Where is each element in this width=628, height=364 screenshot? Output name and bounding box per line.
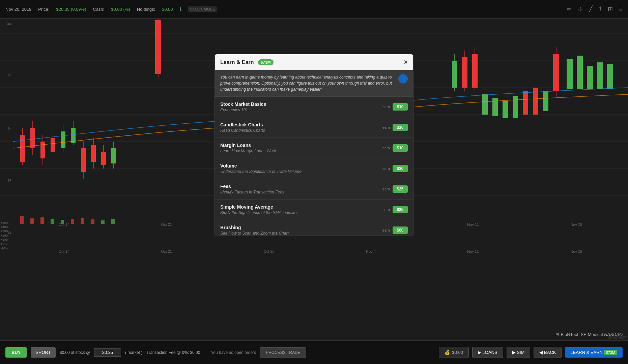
lesson-title: Margin Loans <box>220 143 382 148</box>
layers-icon[interactable]: ⊞ <box>608 5 613 13</box>
earn-label: earn <box>382 125 390 129</box>
modal-badge: $73M <box>258 59 274 65</box>
stock-type: SE <box>581 332 587 337</box>
open-orders: You have no open orders <box>211 350 256 355</box>
earn-badge: $10 <box>393 103 408 111</box>
lesson-earn: earn $10 <box>382 144 408 152</box>
stock-name: BioNTech <box>561 332 579 337</box>
back-button[interactable]: ◀ BACK <box>534 347 562 358</box>
lesson-info: Volume Understand the Significance of Tr… <box>220 163 382 174</box>
lesson-row[interactable]: Fees Identify Factors in Transaction Fee… <box>215 179 413 200</box>
price-input[interactable] <box>94 348 121 357</box>
lesson-info: Simple Moving Average Study the Signific… <box>220 204 382 215</box>
info-icon[interactable]: ℹ <box>180 6 181 12</box>
earn-label: earn <box>382 208 390 212</box>
time-oct21-2: Oct 21 <box>161 249 172 253</box>
crosshair-icon[interactable]: ⊹ <box>578 5 583 13</box>
lesson-row[interactable]: Candlestick Charts Read Candlestick Char… <box>215 117 413 138</box>
process-trade-button[interactable]: PROCESS TRADE <box>260 347 306 358</box>
lesson-title: Volume <box>220 163 382 169</box>
watermark: 3DMGAME <box>608 336 627 340</box>
modal-close-button[interactable]: × <box>404 58 408 66</box>
earn-badge: $10 <box>393 144 408 152</box>
time-nov4-2: Nov 4 <box>366 249 376 253</box>
lesson-title: Fees <box>220 184 382 189</box>
pencil-icon[interactable]: ✏ <box>567 5 572 13</box>
earn-label: earn <box>382 187 390 191</box>
bottom-bar: BUY SHORT $0.00 of stock @ ( market ) Tr… <box>0 340 628 364</box>
menu-icon[interactable]: ≡ <box>619 6 623 13</box>
cash-display: 💰 $0.00 <box>439 347 469 358</box>
time-nov18-2: Nov 18 <box>570 249 582 253</box>
lesson-subtitle: Study the Significance of the SMA Indica… <box>220 210 382 215</box>
lesson-earn: earn $25 <box>382 206 408 213</box>
holdings-label: Holdings: <box>137 7 155 12</box>
cash-label: Cash: <box>93 7 104 12</box>
lesson-row[interactable]: Stock Market Basics Economics 101 earn $… <box>215 97 413 117</box>
time-nov11-1: Nov 11 <box>467 222 479 226</box>
y-axis: 22 20 18 16 14 <box>0 19 13 238</box>
stock-mode-badge: STOCK MODE <box>188 6 217 12</box>
sim-button[interactable]: ▶ SIM <box>507 347 531 358</box>
lesson-subtitle: Learn How Margin Loans Work <box>220 149 382 153</box>
y-label-18: 18 <box>0 126 13 130</box>
lesson-row[interactable]: Volume Understand the Significance of Tr… <box>215 158 413 179</box>
learn-earn-button[interactable]: LEARN & EARN $73M <box>565 347 623 358</box>
y-label-22: 22 <box>0 21 13 25</box>
lesson-earn: earn $25 <box>382 185 408 193</box>
toolbar-icons: ✏ ⊹ ╱ ⤴ ⊞ ≡ <box>567 5 623 13</box>
holdings-value: $0.00 <box>162 7 173 12</box>
lesson-title: Simple Moving Average <box>220 204 382 210</box>
short-button[interactable]: SHORT <box>31 347 55 358</box>
price-value: $20.35 (0.09%) <box>56 7 86 12</box>
modal-info-bar: You can earn in-game money by learning a… <box>215 70 413 97</box>
price-label: Price: <box>38 7 49 12</box>
svg-rect-48 <box>597 62 603 89</box>
date-display: Nov 20, 2019 <box>5 7 31 12</box>
earn-badge: $25 <box>393 206 408 213</box>
cash-value: $0.00 (%) <box>111 7 130 12</box>
earn-badge: $10 <box>393 124 408 131</box>
lesson-subtitle: Understand the Significance of Trade Vol… <box>220 169 382 174</box>
lesson-subtitle: See How to Scan and Zoom the Chart <box>220 231 382 236</box>
lesson-title: Stock Market Basics <box>220 101 382 107</box>
lesson-subtitle: Identify Factors in Transaction Fees <box>220 190 382 194</box>
trend-icon[interactable]: ╱ <box>589 5 593 13</box>
arrow-icon[interactable]: ⤴ <box>599 6 602 13</box>
svg-rect-46 <box>577 56 583 89</box>
pct-label-20: +20% <box>1 234 13 238</box>
pct-label-10: +10% <box>1 238 13 242</box>
loans-button[interactable]: ▶ LOANS <box>472 347 503 358</box>
earn-badge: $60 <box>393 226 408 234</box>
lesson-row[interactable]: Simple Moving Average Study the Signific… <box>215 200 413 220</box>
lesson-row[interactable]: Margin Loans Learn How Margin Loans Work… <box>215 138 413 158</box>
buy-button[interactable]: BUY <box>5 347 27 358</box>
lesson-row[interactable]: Brushing See How to Scan and Zoom the Ch… <box>215 220 413 236</box>
top-bar: Nov 20, 2019 Price: $20.35 (0.09%) Cash:… <box>0 0 628 19</box>
pct-label-50: +50% <box>1 221 13 225</box>
svg-rect-38 <box>503 101 508 118</box>
info-circle-icon: i <box>398 74 408 84</box>
lessons-list[interactable]: Stock Market Basics Economics 101 earn $… <box>215 97 413 236</box>
cash-icon: 💰 <box>445 350 450 355</box>
time-oct14-2: Oct 14 <box>59 249 69 253</box>
learn-earn-modal: Learn & Earn $73M × You can earn in-game… <box>215 54 413 236</box>
svg-rect-49 <box>607 64 613 89</box>
svg-rect-47 <box>587 66 593 89</box>
stock-icon: 🖹 <box>555 332 560 337</box>
svg-rect-39 <box>513 96 518 118</box>
time-oct21-1: Oct 21 <box>161 222 172 226</box>
lesson-subtitle: Economics 101 <box>220 108 382 112</box>
volume-pct-labels: +50% +40% +30% +20% +10% +0% -10% <box>0 221 13 250</box>
lesson-info: Stock Market Basics Economics 101 <box>220 101 382 112</box>
y-label-20: 20 <box>0 74 13 78</box>
pct-label-0: +0% <box>1 242 13 246</box>
lesson-earn: earn $10 <box>382 124 408 131</box>
stock-sector: Medical <box>588 332 603 337</box>
time-nov18-1: Nov 18 <box>570 222 582 226</box>
cash-amount: $0.00 <box>452 350 463 355</box>
lesson-info: Candlestick Charts Read Candlestick Char… <box>220 122 382 133</box>
svg-rect-40 <box>523 91 528 115</box>
earn-label: earn <box>382 105 390 109</box>
trade-type: ( market ) <box>125 350 142 355</box>
